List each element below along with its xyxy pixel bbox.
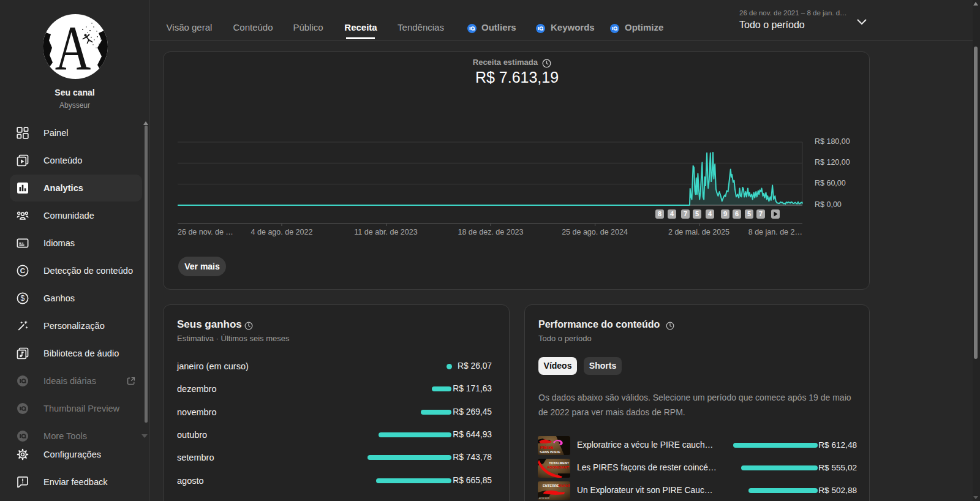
svg-text:SANS ISSUE: SANS ISSUE [540,450,560,454]
svg-text:EP14 SUR: EP14 SUR [539,497,549,500]
svg-text:C: C [20,267,25,274]
svg-text:TOTALMENT: TOTALMENT [549,461,569,465]
svg-text:VIVANT: VIVANT [558,484,570,488]
svg-text:PIÈGE: PIÈGE [540,445,554,450]
svg-text:$: $ [21,294,25,303]
svg-text:ENTERRÉ: ENTERRÉ [543,483,559,488]
svg-text:A: A [55,13,91,80]
svg-text:AGONISANT: AGONISANT [547,465,569,469]
